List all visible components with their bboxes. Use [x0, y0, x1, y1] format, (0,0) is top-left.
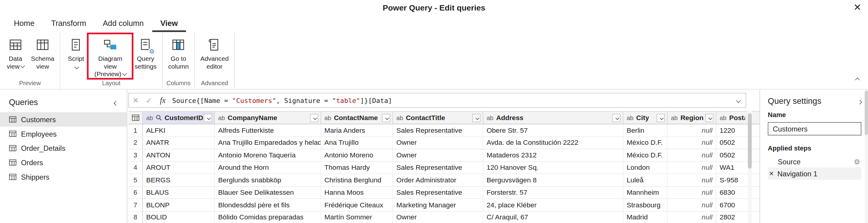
column-header-region[interactable]: ab Region — [668, 112, 716, 124]
go-to-column-button[interactable]: Go to column — [165, 34, 191, 79]
data-view-button[interactable]: Data view — [3, 34, 28, 79]
tab-home[interactable]: Home — [5, 16, 43, 32]
cell-address[interactable]: 120 Hanover Sq. — [483, 161, 623, 173]
cell-contacttitle[interactable]: Order Administrator — [393, 174, 483, 186]
table-row[interactable]: 8 BOLID Bólido Comidas preparadas Martín… — [128, 212, 760, 223]
filter-dropdown-button[interactable] — [656, 113, 665, 122]
tab-transform[interactable]: Transform — [43, 16, 94, 32]
cell-customerid[interactable]: BOLID — [143, 212, 215, 223]
cell-region-null[interactable]: null — [668, 187, 716, 198]
cell-postal[interactable]: 2802 — [716, 212, 747, 223]
cell-contactname[interactable]: Hanna Moos — [321, 187, 393, 198]
schema-view-button[interactable]: Schema view — [28, 34, 57, 79]
cell-postal[interactable]: 6700 — [716, 199, 747, 211]
cell-postal[interactable]: S-958 — [716, 174, 747, 186]
row-number[interactable]: 1 — [128, 124, 143, 136]
cell-customerid[interactable]: BERGS — [143, 174, 215, 186]
column-header-postal[interactable]: ab Postal — [716, 112, 747, 124]
cell-city[interactable]: London — [623, 161, 668, 173]
cell-city[interactable]: México D.F. — [623, 137, 668, 149]
formula-text[interactable]: Source{[Name = "Customers", Signature = … — [170, 97, 731, 104]
close-icon[interactable]: ✕ — [851, 2, 864, 13]
column-header-contacttitle[interactable]: ab ContactTitle — [393, 112, 483, 124]
cell-contacttitle[interactable]: Owner — [393, 137, 483, 149]
cell-city[interactable]: Strasbourg — [623, 199, 668, 211]
row-number[interactable]: 7 — [128, 199, 143, 211]
cell-address[interactable]: Avda. de la Constitución 2222 — [483, 137, 623, 149]
advanced-editor-button[interactable]: Advanced editor — [198, 34, 231, 79]
diagram-view-button[interactable]: Diagram view (Preview) — [89, 34, 132, 79]
cell-region-null[interactable]: null — [668, 137, 716, 149]
table-row[interactable]: 4 AROUT Around the Horn Thomas Hardy Sal… — [128, 161, 760, 174]
row-number[interactable]: 6 — [128, 187, 143, 198]
scrollbar-thumb[interactable] — [865, 90, 868, 135]
script-button[interactable]: Script — [63, 34, 89, 79]
tab-add-column[interactable]: Add column — [94, 16, 152, 32]
filter-dropdown-button[interactable] — [382, 113, 390, 122]
cell-address[interactable]: Forsterstr. 57 — [483, 187, 623, 198]
table-row[interactable]: 2 ANATR Ana Trujillo Emparedados y helad… — [128, 137, 760, 149]
cell-address[interactable]: Berguvsvägen 8 — [483, 174, 623, 186]
cell-city[interactable]: Berlin — [623, 124, 668, 136]
column-header-city[interactable]: ab City — [623, 112, 668, 124]
cell-city[interactable]: Luleå — [623, 174, 668, 186]
query-item-employees[interactable]: Employees — [0, 127, 127, 141]
cell-contacttitle[interactable]: Sales Representative — [393, 161, 483, 173]
cell-customerid[interactable]: AROUT — [143, 161, 215, 173]
collapse-ribbon-button[interactable] — [856, 74, 859, 84]
cell-region-null[interactable]: null — [668, 212, 716, 223]
table-row[interactable]: 6 BLAUS Blauer See Delikatessen Hanna Mo… — [128, 187, 760, 199]
cell-customerid[interactable]: BLONP — [143, 199, 215, 211]
cell-contactname[interactable]: Ana Trujillo — [321, 137, 393, 149]
table-row[interactable]: 7 BLONP Blondesddsl père et fils Frédéri… — [128, 199, 760, 211]
cell-postal[interactable]: 0502 — [716, 137, 747, 149]
query-item-order-details[interactable]: Order_Details — [0, 141, 127, 155]
cell-postal[interactable]: WA1 — [716, 161, 747, 173]
cell-contacttitle[interactable]: Owner — [393, 212, 483, 223]
cell-city[interactable]: Madrid — [623, 212, 668, 223]
step-source[interactable]: Source ⚙ — [768, 155, 861, 167]
table-row[interactable]: 3 ANTON Antonio Moreno Taquería Antonio … — [128, 149, 760, 161]
cell-contacttitle[interactable]: Sales Representative — [393, 124, 483, 136]
cell-contactname[interactable]: Thomas Hardy — [321, 161, 393, 173]
query-item-customers[interactable]: Customers — [0, 112, 127, 127]
query-item-orders[interactable]: Orders — [0, 155, 127, 170]
cell-contacttitle[interactable]: Sales Representative — [393, 187, 483, 198]
collapse-queries-panel-button[interactable] — [115, 97, 118, 107]
cell-companyname[interactable]: Blondesddsl père et fils — [215, 199, 321, 211]
cell-companyname[interactable]: Bólido Comidas preparadas — [215, 212, 321, 223]
check-icon[interactable]: ✓ — [142, 96, 156, 105]
cell-city[interactable]: México D.F. — [623, 149, 668, 161]
cell-address[interactable]: 24, place Kléber — [483, 199, 623, 211]
column-header-address[interactable]: ab Address — [483, 112, 623, 124]
cell-city[interactable]: Mannheim — [623, 187, 668, 198]
tab-view[interactable]: View — [152, 16, 186, 32]
delete-step-icon[interactable]: ✕ — [769, 170, 774, 177]
filter-dropdown-button[interactable] — [204, 113, 212, 122]
cell-contactname[interactable]: Antonio Moreno — [321, 149, 393, 161]
select-all-corner-button[interactable] — [128, 112, 143, 124]
row-number[interactable]: 3 — [128, 149, 143, 161]
cell-address[interactable]: C/ Araquil, 67 — [483, 212, 623, 223]
row-number[interactable]: 8 — [128, 212, 143, 223]
cell-contactname[interactable]: Christina Berglund — [321, 174, 393, 186]
step-navigation-1[interactable]: ✕ Navigation 1 — [768, 168, 861, 180]
cell-companyname[interactable]: Around the Horn — [215, 161, 321, 173]
cell-contactname[interactable]: Frédérique Citeaux — [321, 199, 393, 211]
filter-dropdown-button[interactable] — [472, 113, 481, 122]
cell-region-null[interactable]: null — [668, 161, 716, 173]
cell-companyname[interactable]: Ana Trujillo Emparedados y helad... — [215, 137, 321, 149]
cell-postal[interactable]: 0502 — [716, 149, 747, 161]
filter-dropdown-button[interactable] — [310, 113, 318, 122]
filter-dropdown-button[interactable] — [612, 113, 621, 122]
cell-region-null[interactable]: null — [668, 174, 716, 186]
cell-customerid[interactable]: BLAUS — [143, 187, 215, 198]
cell-contacttitle[interactable]: Marketing Manager — [393, 199, 483, 211]
cell-companyname[interactable]: Alfreds Futterkiste — [215, 124, 321, 136]
cell-contacttitle[interactable]: Owner — [393, 149, 483, 161]
cancel-icon[interactable]: ✕ — [129, 96, 142, 105]
scrollbar-thumb[interactable] — [748, 113, 752, 169]
cell-customerid[interactable]: ALFKI — [143, 124, 215, 136]
query-settings-button[interactable]: ⚙ Query settings — [132, 34, 159, 79]
gear-icon[interactable]: ⚙ — [854, 157, 861, 166]
